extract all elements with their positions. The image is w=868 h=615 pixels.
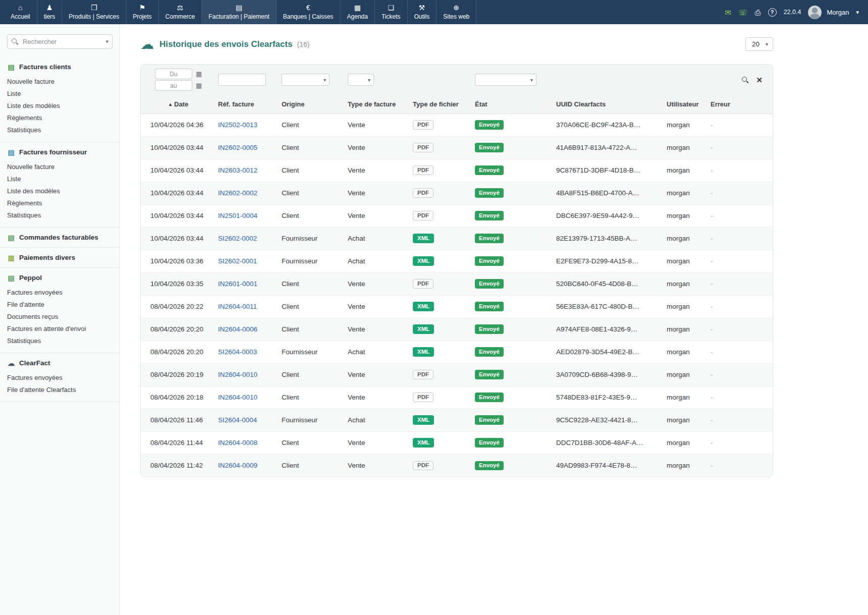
sidebar-item[interactable]: Statistiques xyxy=(7,124,112,136)
sidebar-item[interactable]: Liste xyxy=(7,173,112,185)
print-icon[interactable]: ⎙ xyxy=(755,9,761,16)
invoice-ref-link[interactable]: IN2602-0002 xyxy=(218,189,257,197)
menu-item-banques-caisses[interactable]: €Banques | Caisses xyxy=(277,0,341,24)
sidebar-item[interactable]: Liste des modèles xyxy=(7,99,112,111)
column-header-file_type[interactable]: Type de fichier xyxy=(403,95,465,114)
apply-filter-button[interactable] xyxy=(742,76,748,84)
cell-user: morgan xyxy=(657,318,701,341)
cell-uuid: AED02879-3D54-49E2-B… xyxy=(547,341,657,363)
column-header-uuid[interactable]: UUID Clearfacts xyxy=(547,95,657,114)
invoice-ref-link[interactable]: IN2603-0012 xyxy=(218,166,257,174)
cell-state: Envoyé xyxy=(465,182,547,204)
sidebar-item[interactable]: Statistiques xyxy=(7,334,112,347)
sidebar-item[interactable]: Nouvelle facture xyxy=(7,75,112,87)
accueil-icon: ⌂ xyxy=(18,4,22,12)
chat-icon[interactable]: ✉ xyxy=(725,9,731,16)
mobile-app-icon[interactable]: ☏ xyxy=(738,9,748,16)
invoice-ref-link[interactable]: IN2604-0009 xyxy=(218,462,257,469)
cell-error: - xyxy=(701,182,773,204)
sidebar-section-title-commandes-facturables[interactable]: ▤Commandes facturables xyxy=(7,234,112,241)
invoice-type-filter-select[interactable]: ▾ xyxy=(348,74,374,86)
menu-item-agenda[interactable]: ▦Agenda xyxy=(341,0,375,24)
invoice-ref-link[interactable]: IN2502-0013 xyxy=(218,121,257,129)
sidebar-section-title-clearfact[interactable]: ☁ClearFact xyxy=(7,359,112,367)
user-menu[interactable]: Morgan xyxy=(827,9,849,16)
column-label: Type de fichier xyxy=(413,100,459,108)
menu-item-facturation-paiement[interactable]: ▤Facturation | Paiement xyxy=(202,0,277,24)
menu-item-tiers[interactable]: ♟tiers xyxy=(37,0,63,24)
sidebar-section-title-paiements-divers[interactable]: ▥Paiements divers xyxy=(7,254,112,261)
calendar-icon[interactable]: ▦ xyxy=(196,82,202,89)
sidebar-search-input[interactable] xyxy=(7,34,113,49)
tickets-icon: ❏ xyxy=(388,4,394,12)
cell-ref: IN2603-0012 xyxy=(208,159,272,182)
page-size-select[interactable]: 20 ▾ xyxy=(745,37,773,51)
invoice-ref-link[interactable]: IN2501-0004 xyxy=(218,212,257,219)
sidebar-item[interactable]: Documents reçus xyxy=(7,310,112,322)
column-header-error[interactable]: Erreur xyxy=(701,95,773,114)
column-header-state[interactable]: État xyxy=(465,95,547,114)
ref-filter-input[interactable] xyxy=(218,74,266,86)
sidebar-item[interactable]: Liste des modèles xyxy=(7,185,112,197)
column-header-date[interactable]: ▴Date xyxy=(141,95,208,114)
sidebar-item[interactable]: Factures envoyées xyxy=(7,286,112,298)
column-header-user[interactable]: Utilisateur xyxy=(657,95,701,114)
cell-file-type: XML xyxy=(403,250,465,272)
cell-uuid: 9C5C9228-AE32-4421-8… xyxy=(547,409,657,431)
sidebar-items: Nouvelle factureListeListe des modèlesRè… xyxy=(7,160,112,221)
sidebar-item[interactable]: Règlements xyxy=(7,197,112,209)
invoice-ref-link[interactable]: IN2604-0006 xyxy=(218,325,257,333)
clear-filter-button[interactable]: ✕ xyxy=(756,76,763,84)
table-header-row: ▴DateRéf. factureOrigineType de factureT… xyxy=(141,95,773,114)
invoice-ref-link[interactable]: IN2601-0001 xyxy=(218,280,257,288)
sidebar-item[interactable]: Factures envoyées xyxy=(7,371,112,383)
chevron-down-icon: ▾ xyxy=(530,77,533,83)
menu-item-commerce[interactable]: ⚖Commerce xyxy=(159,0,202,24)
sidebar-section-title-factures-fournisseur[interactable]: ▤Factures fournisseur xyxy=(7,148,112,156)
invoice-ref-link[interactable]: SI2602-0002 xyxy=(218,235,257,242)
invoice-ref-link[interactable]: SI2604-0003 xyxy=(218,348,257,356)
menu-item-produits-services[interactable]: ❒Produits | Services xyxy=(62,0,126,24)
invoice-ref-link[interactable]: SI2602-0001 xyxy=(218,257,257,265)
column-header-invoice_type[interactable]: Type de facture xyxy=(338,95,403,114)
invoice-ref-link[interactable]: IN2604-0011 xyxy=(218,303,257,310)
table-filter-row: ▦ ▦ ▾ xyxy=(141,65,773,95)
table-row: 08/04/2026 11:46SI2604-0004FournisseurAc… xyxy=(141,409,773,431)
avatar[interactable] xyxy=(808,6,822,19)
sidebar-section-title-peppol[interactable]: ▤Peppol xyxy=(7,274,112,282)
sidebar-item[interactable]: Liste xyxy=(7,87,112,99)
menu-item-projets[interactable]: ⚑Projets xyxy=(126,0,158,24)
help-icon[interactable]: ? xyxy=(768,8,777,17)
calendar-icon[interactable]: ▦ xyxy=(196,71,202,77)
sidebar-item[interactable]: Règlements xyxy=(7,111,112,124)
invoice-ref-link[interactable]: IN2602-0005 xyxy=(218,144,257,151)
date-from-input[interactable] xyxy=(155,69,192,79)
invoice-ref-link[interactable]: IN2604-0010 xyxy=(218,371,257,378)
invoice-ref-link[interactable]: IN2604-0008 xyxy=(218,439,257,446)
cell-origin: Client xyxy=(272,182,338,204)
chevron-down-icon[interactable]: ▾ xyxy=(105,38,108,45)
cell-ref: IN2604-0008 xyxy=(208,431,272,454)
menu-item-tickets[interactable]: ❏Tickets xyxy=(375,0,408,24)
origin-filter-select[interactable]: ▾ xyxy=(282,74,330,86)
date-to-input[interactable] xyxy=(155,80,192,91)
sidebar-item[interactable]: Factures en attente d'envoi xyxy=(7,322,112,334)
cell-uuid: 49AD9983-F974-4E78-8… xyxy=(547,454,657,477)
column-header-ref[interactable]: Réf. facture xyxy=(208,95,272,114)
sidebar-section-peppol: ▤PeppolFactures envoyéesFile d'attenteDo… xyxy=(0,268,119,353)
invoice-ref-link[interactable]: IN2604-0010 xyxy=(218,394,257,401)
menu-item-outils[interactable]: ⚒Outils xyxy=(408,0,437,24)
menu-item-sites-web[interactable]: ⊕Sites web xyxy=(437,0,476,24)
sidebar-item[interactable]: Statistiques xyxy=(7,209,112,221)
chevron-down-icon[interactable]: ▾ xyxy=(856,9,859,16)
sidebar-item[interactable]: File d'attente Clearfacts xyxy=(7,383,112,396)
column-header-origin[interactable]: Origine xyxy=(272,95,338,114)
sidebar-item[interactable]: File d'attente xyxy=(7,298,112,310)
cell-error: - xyxy=(701,341,773,363)
state-filter-select[interactable]: ▾ xyxy=(475,74,536,86)
topbar: ⌂Accueil♟tiers❒Produits | Services⚑Proje… xyxy=(0,0,868,24)
menu-item-accueil[interactable]: ⌂Accueil xyxy=(4,0,37,24)
sidebar-section-title-factures-clients[interactable]: ▤Factures clients xyxy=(7,63,112,71)
invoice-ref-link[interactable]: SI2604-0004 xyxy=(218,416,257,424)
sidebar-item[interactable]: Nouvelle facture xyxy=(7,160,112,173)
